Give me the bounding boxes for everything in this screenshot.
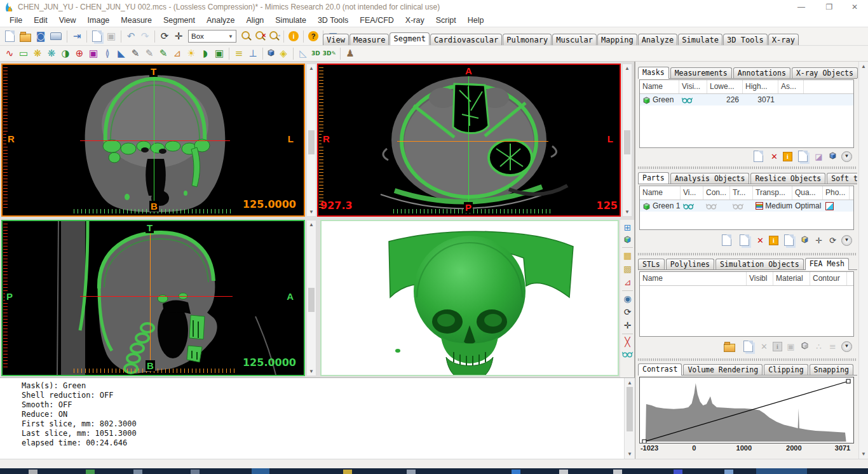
mask-row[interactable]: Green2263071 xyxy=(640,94,853,105)
edit-3d-icon[interactable]: 3D✎ xyxy=(322,46,337,60)
column-header-tr[interactable]: Tr... xyxy=(730,186,753,200)
contrast-tab-volume-rendering[interactable]: Volume Rendering xyxy=(683,364,763,375)
photorealistic-icon[interactable] xyxy=(825,202,834,210)
log-scrollbar[interactable]: ▲▼ xyxy=(624,378,635,459)
mesh-3d-icon[interactable] xyxy=(801,341,809,352)
view-3d-icon[interactable] xyxy=(623,234,632,246)
stls-tab-simulation-objects[interactable]: Simulation Objects xyxy=(715,259,804,269)
column-header-material[interactable]: Material xyxy=(773,272,810,285)
menu-x-ray[interactable]: X-ray xyxy=(400,14,430,27)
pan-icon[interactable]: ✛ xyxy=(172,29,186,43)
stls-tab-polylines[interactable]: Polylines xyxy=(666,259,714,269)
mesh-points-icon[interactable]: ∴ xyxy=(813,341,824,352)
contrast-histogram[interactable] xyxy=(639,377,854,444)
three-d-viewport[interactable] xyxy=(320,220,619,376)
parts-tab-analysis-objects[interactable]: Analysis Objects xyxy=(670,173,750,184)
menu-align[interactable]: Align xyxy=(240,14,269,27)
coronal-scrollbar[interactable]: ▲▼ xyxy=(306,64,316,217)
axial-crosshair-horizontal[interactable] xyxy=(397,141,548,142)
masks-tab-masks[interactable]: Masks xyxy=(638,67,669,79)
rotate-part-icon[interactable]: ⟳ xyxy=(827,235,838,246)
indicator-lines-icon[interactable]: ╳ xyxy=(621,335,634,349)
smooth-mask-icon[interactable]: ◗ xyxy=(198,46,212,60)
zoom-mode-dropdown[interactable]: Box▼ xyxy=(188,30,236,43)
sagittal-viewport[interactable]: T P A B 125.0000 xyxy=(1,220,305,376)
duplicate-mask-icon[interactable] xyxy=(798,151,808,162)
undo-icon[interactable]: ↶ xyxy=(124,29,138,43)
ribbon-tab-x-ray[interactable]: X-ray xyxy=(768,34,799,45)
mask-higher-threshold[interactable]: 3071 xyxy=(743,95,778,104)
axial-scrollbar[interactable]: ▲▼ xyxy=(622,64,632,217)
masks-tab-measurements[interactable]: Measurements xyxy=(670,67,732,78)
fit-plane-icon[interactable]: ⊥ xyxy=(246,46,260,60)
smart-expand-icon[interactable]: ☀ xyxy=(184,46,198,60)
anatomy-icon[interactable]: ♟ xyxy=(343,46,357,60)
fea-mesh-table[interactable]: NameVisiblMaterialContour xyxy=(639,271,854,337)
draw-pencil-icon[interactable]: ✎ xyxy=(128,46,142,60)
mask-visible-toggle[interactable] xyxy=(679,97,707,104)
pan-view-icon[interactable]: ✛ xyxy=(621,319,634,332)
menu-image[interactable]: Image xyxy=(82,14,116,27)
ribbon-tab-view[interactable]: View xyxy=(323,34,349,45)
contrast-handle-high[interactable] xyxy=(846,379,850,383)
column-header-qua[interactable]: Qua... xyxy=(792,186,823,200)
load-mesh-icon[interactable] xyxy=(724,344,735,352)
interpolate-pencil-icon[interactable]: ✎ xyxy=(142,46,156,60)
column-header-name[interactable]: Name xyxy=(640,272,747,285)
copy-part-icon[interactable] xyxy=(740,234,749,246)
coronal-crosshair-horizontal[interactable] xyxy=(80,140,230,141)
contrast-tab-clipping[interactable]: Clipping xyxy=(764,364,808,375)
rotate-icon[interactable]: ⟳ xyxy=(158,29,172,43)
operation-log[interactable]: Mask(s): GreenShell reduction: OFFSmooth… xyxy=(0,377,635,459)
menu-view[interactable]: View xyxy=(53,14,82,27)
part-contour-toggle[interactable] xyxy=(703,203,730,210)
parts-tab-soft-tis[interactable]: Soft tis xyxy=(827,173,857,184)
project-3d-icon[interactable]: ◺ xyxy=(296,46,310,60)
sagittal-crosshair-vertical[interactable] xyxy=(150,226,151,370)
edit-rectangle-icon[interactable]: ▭ xyxy=(17,46,31,60)
contrast-tab-contrast[interactable]: Contrast xyxy=(638,363,682,376)
contrast-tab-snapping[interactable]: Snapping xyxy=(810,364,853,375)
column-header-visibl[interactable]: Visibl xyxy=(747,272,773,285)
copy-mesh-icon[interactable] xyxy=(743,341,753,352)
delete-mesh-icon[interactable]: ✕ xyxy=(759,341,770,352)
split-mask-icon[interactable]: ≬ xyxy=(100,46,114,60)
menu-script[interactable]: Script xyxy=(430,14,462,27)
axial-crosshair-vertical[interactable] xyxy=(468,75,469,209)
crop-mask-icon[interactable]: ▣ xyxy=(212,46,226,60)
morphology-operations-icon[interactable]: ◑ xyxy=(58,46,72,60)
column-header-name[interactable]: Name xyxy=(640,186,681,200)
save-project-icon[interactable]: ◙ xyxy=(34,29,48,43)
ribbon-tab-pulmonary[interactable]: Pulmonary xyxy=(503,34,552,45)
ribbon-tab-measure[interactable]: Measure xyxy=(349,34,390,45)
local-threshold-pencil-icon[interactable]: ✎ xyxy=(156,46,170,60)
section-separator[interactable] xyxy=(638,253,856,255)
sagittal-scrollbar[interactable]: ▲▼ xyxy=(306,220,316,376)
column-header-visi[interactable]: Visi... xyxy=(679,80,707,93)
duplicate-mesh-icon[interactable]: ▣ xyxy=(785,341,796,352)
boolean-mask-icon[interactable] xyxy=(829,151,837,162)
grid-icon[interactable]: ▩ xyxy=(621,262,634,276)
axial-viewport[interactable]: A R L P 927.3 125 xyxy=(317,64,621,217)
section-separator[interactable] xyxy=(638,358,856,361)
part-3d-icon[interactable] xyxy=(801,234,809,246)
parts-tab-reslice-objects[interactable]: Reslice Objects xyxy=(750,173,825,184)
column-header-high[interactable]: High... xyxy=(743,80,778,93)
new-project-icon[interactable] xyxy=(5,30,15,42)
menu-3d-tools[interactable]: 3D Tools xyxy=(312,14,354,27)
more-mesh-actions-icon[interactable]: ▼ xyxy=(841,341,852,352)
delete-part-icon[interactable]: ✕ xyxy=(755,235,766,246)
masks-tab-annotations[interactable]: Annotations xyxy=(733,67,790,78)
parts-tab-parts[interactable]: Parts xyxy=(638,172,669,184)
menu-fea-cfd[interactable]: FEA/CFD xyxy=(354,14,399,27)
clear-mask-icon[interactable]: ◪ xyxy=(813,151,824,162)
contrast-handle-low[interactable] xyxy=(642,440,646,443)
multiple-slice-edit-icon[interactable]: ◣ xyxy=(114,46,128,60)
update-3d-icon[interactable] xyxy=(267,48,275,59)
sagittal-crosshair-horizontal[interactable] xyxy=(80,296,233,297)
unzoom-icon[interactable]: ✕ xyxy=(254,30,266,43)
thresholding-icon[interactable]: ∿ xyxy=(3,46,17,60)
mesh-stack-icon[interactable]: ≡ xyxy=(827,341,838,352)
ribbon-tab-3d-tools[interactable]: 3D Tools xyxy=(723,34,768,45)
viewport-layout-icon[interactable]: ⊞ xyxy=(621,221,634,234)
